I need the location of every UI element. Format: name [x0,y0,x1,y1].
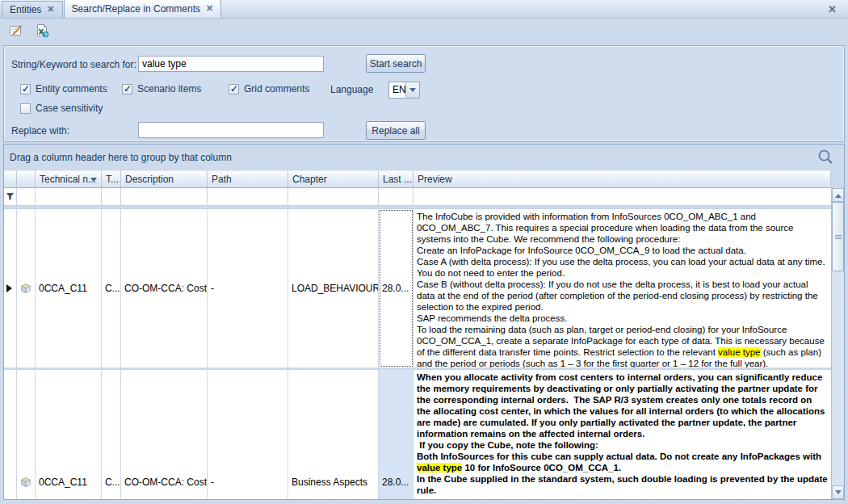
case-sensitivity-checkbox-box[interactable] [20,103,31,114]
tab-search-replace[interactable]: Search/Replace in Comments ✕ [64,0,222,18]
filter-cell[interactable] [414,188,831,206]
filter-cell[interactable] [288,188,379,206]
cell-technical-name[interactable]: 0CCA_C11 [36,209,102,368]
filter-cell[interactable] [102,188,121,206]
highlighted-match: value type [417,463,462,472]
row-indicator-cell [4,370,17,499]
grid-comments-checkbox-box[interactable] [229,84,239,94]
tab-bar: Entities ✕ Search/Replace in Comments ✕ … [0,0,848,19]
case-sensitivity-label: Case sensitivity [36,103,103,114]
replace-all-button[interactable]: Replace all [366,121,426,140]
group-by-hint: Drag a column header here to group by th… [10,152,232,163]
cell-last-changed[interactable]: 28.0... [379,370,414,499]
header-description[interactable]: Description [121,170,208,188]
cell-preview[interactable]: The InfoCube is provided with informatio… [414,209,831,368]
tab-search-replace-close-icon[interactable]: ✕ [206,4,213,13]
scrollbar-thumb[interactable] [832,202,844,271]
header-chapter[interactable]: Chapter [288,170,379,188]
case-sensitivity-checkbox[interactable]: Case sensitivity [20,103,103,114]
grid-filter-row [4,188,844,206]
results-grid: Drag a column header here to group by th… [3,144,845,500]
grid-comments-checkbox[interactable]: Grid comments [229,83,309,94]
replace-input[interactable] [138,122,324,138]
scroll-up-arrow-icon [835,191,842,198]
entity-comments-checkbox[interactable]: Entity comments [20,83,107,94]
vertical-scrollbar[interactable] [831,188,844,499]
cell-type[interactable]: C... [102,209,121,368]
filter-funnel-cell[interactable] [4,188,17,206]
export-excel-icon[interactable] [34,23,50,39]
scrollbar-track[interactable] [832,271,844,485]
filter-cell[interactable] [121,188,208,206]
preview-text: 10 for InfoSource 0CO_OM_CCA_1. In the C… [417,463,830,499]
tab-search-replace-label: Search/Replace in Comments [72,3,200,15]
highlighted-match: value type [718,347,760,357]
scroll-down-arrow-icon [835,490,842,498]
tab-entities-label: Entities [10,4,41,15]
scroll-down-button[interactable] [832,485,844,499]
grid-comments-label: Grid comments [244,83,309,94]
language-label: Language [330,84,373,95]
edit-comment-icon[interactable] [8,23,24,39]
filter-cell[interactable] [17,188,36,206]
language-dropdown-button[interactable] [405,82,419,98]
filter-cell[interactable] [36,188,102,206]
filter-funnel-icon [6,192,15,201]
cell-type[interactable]: C... [102,370,121,499]
cell-chapter[interactable]: Business Aspects [288,370,379,499]
table-row[interactable]: 0CCA_C11 C... CO-OM-CCA: Cost... - LOAD_… [4,209,831,370]
header-preview[interactable]: Preview [414,170,831,188]
scenario-items-checkbox-box[interactable] [122,84,132,94]
cell-path[interactable]: - [208,209,288,368]
scrollbar-grip-icon [835,235,842,239]
row-indicator-cell [4,209,17,368]
tab-entities-close-icon[interactable]: ✕ [47,5,54,14]
grid-header-row: Technical n... T... Description Path Cha… [4,170,844,188]
header-last-changed[interactable]: Last ... [379,170,414,188]
start-search-button[interactable]: Start search [366,54,426,73]
cell-path[interactable]: - [208,370,288,499]
header-type[interactable]: T... [102,170,121,188]
scroll-up-button[interactable] [832,188,844,202]
cell-preview[interactable]: When you allocate activity from cost cen… [414,370,831,499]
filter-cell[interactable] [208,188,288,206]
current-row-arrow-icon [6,284,16,292]
filter-cell[interactable] [379,188,414,206]
grid-body: 0CCA_C11 C... CO-OM-CCA: Cost... - LOAD_… [4,209,844,499]
chevron-down-icon [409,88,416,95]
cell-technical-name[interactable]: 0CCA_C11 [36,370,102,499]
search-label: String/Keyword to search for: [11,59,136,70]
cell-last-changed[interactable]: 28.0... [379,209,414,368]
cell-chapter[interactable]: LOAD_BEHAVIOUR [288,209,379,368]
entity-comments-checkbox-box[interactable] [20,84,31,94]
replace-label: Replace with: [11,125,69,136]
entity-cube-icon [17,209,36,368]
cell-description[interactable]: CO-OM-CCA: Cost... [121,209,208,368]
scenario-items-label: Scenario items [137,83,201,94]
search-icon[interactable] [817,149,834,168]
cell-description[interactable]: CO-OM-CCA: Cost... [121,370,208,499]
header-indicator[interactable] [4,170,17,188]
table-row[interactable]: 0CCA_C11 C... CO-OM-CCA: Cost... - Busin… [4,370,831,499]
header-icon[interactable] [17,170,36,188]
tab-entities[interactable]: Entities ✕ [2,1,63,18]
entity-comments-label: Entity comments [36,83,107,94]
scenario-items-checkbox[interactable]: Scenario items [122,83,201,94]
group-by-bar: Drag a column header here to group by th… [4,145,844,170]
language-select[interactable]: EN [388,82,420,99]
search-replace-form: String/Keyword to search for: Start sear… [3,45,845,142]
preview-text: When you allocate activity from cost cen… [417,372,828,461]
toolbar [0,19,848,43]
search-input[interactable] [138,56,324,72]
language-value: EN [389,82,405,98]
entity-cube-icon [17,370,36,499]
sort-descending-icon[interactable] [90,178,97,185]
header-path[interactable]: Path [208,170,288,188]
preview-text: The InfoCube is provided with informatio… [417,212,828,357]
header-technical-name-label: Technical n... [40,174,96,185]
header-technical-name[interactable]: Technical n... [36,170,102,188]
panel-close-icon[interactable]: ✕ [828,3,837,15]
